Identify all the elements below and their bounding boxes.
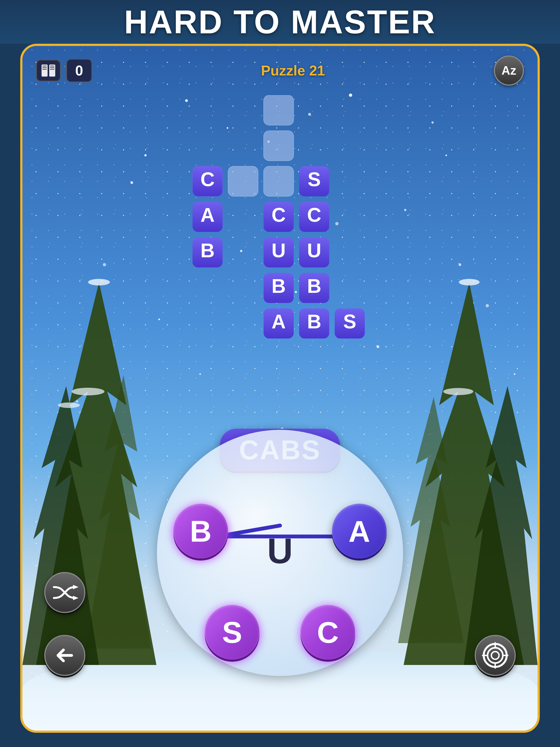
back-button[interactable] [44,635,85,676]
svg-rect-38 [42,69,47,70]
letter-bubble-a[interactable]: A [332,504,387,558]
svg-rect-37 [42,67,47,68]
svg-text:S: S [308,169,321,190]
svg-rect-36 [42,66,47,67]
svg-point-7 [459,279,480,285]
svg-text:C: C [272,204,286,226]
letter-circle-area[interactable]: U B A S C [157,430,403,676]
svg-point-4 [58,403,80,408]
score-display: 0 [66,59,92,82]
svg-text:S: S [343,311,356,333]
book-icon [40,63,57,78]
top-header: HARD TO MASTER [0,0,560,44]
puzzle-label: Puzzle 21 [261,62,325,79]
crossword-svg: C S A C C B U U [184,95,376,368]
trees-right-svg [387,228,538,665]
top-bar: 0 Puzzle 21 Az [22,57,538,84]
svg-text:B: B [200,239,215,261]
book-icon-button[interactable] [36,60,61,81]
shuffle-button[interactable] [44,572,85,613]
svg-text:U: U [272,239,286,261]
svg-text:U: U [307,239,321,261]
svg-rect-40 [50,66,54,67]
shuffle-icon [51,582,78,603]
letter-bubble-c[interactable]: C [301,605,355,660]
svg-rect-48 [228,166,258,196]
svg-rect-41 [50,67,54,68]
svg-point-8 [443,388,473,395]
dictionary-button[interactable]: Az [494,55,524,85]
letter-bubble-s[interactable]: S [205,605,259,660]
az-icon: Az [502,64,516,77]
svg-marker-76 [73,585,78,589]
svg-point-89 [487,648,503,663]
center-letter: U [267,531,293,571]
svg-rect-42 [50,69,54,70]
svg-point-3 [72,388,104,395]
svg-text:B: B [272,275,286,297]
crossword-area: C S A C C B U U [184,95,376,370]
letter-bubble-b[interactable]: B [173,504,228,558]
target-button[interactable] [475,635,516,676]
score-area: 0 [36,59,92,82]
svg-text:C: C [200,169,215,190]
svg-point-90 [491,651,499,659]
svg-text:A: A [200,204,215,226]
svg-text:B: B [307,275,321,297]
svg-rect-49 [263,166,294,196]
svg-rect-44 [263,131,294,161]
trees-left-svg [22,228,173,665]
svg-text:C: C [307,204,321,226]
back-icon [52,644,77,666]
svg-rect-43 [263,95,294,125]
svg-text:B: B [307,311,321,333]
game-container: 0 Puzzle 21 Az C S A [20,44,540,733]
main-title: HARD TO MASTER [124,3,436,41]
svg-marker-77 [73,596,78,600]
svg-text:A: A [272,311,286,333]
svg-point-2 [88,279,110,285]
target-icon [482,642,509,669]
